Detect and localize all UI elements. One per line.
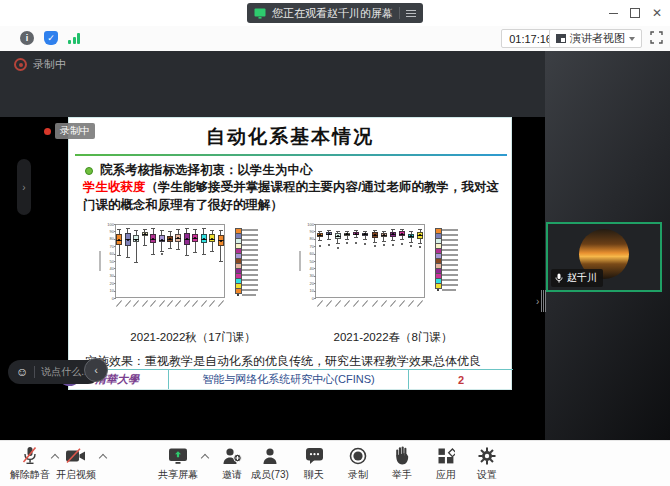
toolbar-item-label: 举手 [392,468,412,482]
participant-name-chip: 赵千川 [551,269,603,287]
apps-grid-icon [437,445,455,466]
screen-share-icon [254,8,266,19]
toolbar-item-label: 共享屏幕 [158,468,198,482]
chat-bubble-icon [305,445,324,466]
toolbar-item-label: 设置 [477,468,497,482]
title-underline [75,154,507,156]
badge-menu-icon[interactable] [406,10,416,17]
recording-indicator-label: 录制中 [33,57,66,72]
maximize-button[interactable] [626,5,644,21]
chat-divider [34,366,35,378]
bullet-row: 院系考核指标选择初衷：以学生为中心 [85,162,313,179]
minimize-button[interactable] [604,5,622,21]
record-dot-icon [14,58,27,71]
presentation-slide: 自动化系基本情况 院系考核指标选择初衷：以学生为中心 学生收获度（学生能够接受并… [68,117,512,390]
slide-footer: 清華大學 智能与网络化系统研究中心(CFINS) 2 [69,369,513,389]
meeting-window: 您正在观看赵千川的屏幕 ✕ i ✓ 01:17:16 演讲者视图 录制中 › [0,0,670,486]
shared-screen-area: 录制中 › 自动化系基本情况 院系考核指标选择初衷：以学生为中心 学生收获度（学… [0,51,545,440]
close-button[interactable]: ✕ [648,5,666,21]
person-icon [261,445,279,466]
effect-line: 实施效果：重视教学是自动化系的优良传统，研究生课程教学效果总体优良 [85,353,481,370]
video-options-caret[interactable] [100,453,107,460]
meeting-info-icon[interactable]: i [20,31,34,45]
fullscreen-icon[interactable] [650,31,663,44]
recording-chip: 录制中 [44,123,95,139]
person-plus-icon [222,445,242,466]
boxplot-chart-spring: 0102030405060708090100 [293,222,493,322]
chevron-right-icon: › [536,296,539,307]
participant-video-tile[interactable]: 赵千川 › [546,222,662,292]
recording-chip-label: 录制中 [55,123,95,139]
toolbar-item-label: 录制 [348,468,368,482]
highlight-rest: （学生能够接受并掌握课程的主要内容/通过老师的教学，我对这门课的概念和原理有了很… [83,180,499,212]
watching-screen-badge[interactable]: 您正在观看赵千川的屏幕 [247,3,423,23]
toolbar-item-share-screen[interactable]: 共享屏幕 [150,445,206,482]
record-dot-icon [44,128,51,135]
meeting-toolbar: 解除静音 开启视频 共享屏幕 [0,440,670,486]
network-signal-icon[interactable] [68,32,82,44]
speaker-view-label: 演讲者视图 [570,31,625,46]
toolbar-item-label: 开启视频 [56,468,96,482]
toolbar-item-label: 邀请 [222,468,242,482]
toolbar-item-label: 聊天 [304,468,324,482]
toolbar-item-settings[interactable]: 设置 [459,445,515,482]
highlight-paragraph: 学生收获度（学生能够接受并掌握课程的主要内容/通过老师的教学，我对这门课的概念和… [83,179,501,215]
footer-page-number: 2 [409,370,513,389]
slide-title: 自动化系基本情况 [69,124,511,150]
toolbar-item-start-video[interactable]: 开启视频 [48,445,104,482]
bullet-text: 院系考核指标选择初衷：以学生为中心 [100,162,313,179]
highlight-term: 学生收获度 [83,180,146,194]
toolbar-item-label: 应用 [436,468,456,482]
raised-hand-icon [394,445,410,466]
bullet-icon [85,167,93,175]
chat-collapse-button[interactable]: ‹ [84,358,108,382]
record-circle-icon [349,445,367,466]
participants-sidebar: 赵千川 › [545,51,670,440]
speaker-view-button[interactable]: 演讲者视图 [549,29,642,48]
microphone-muted-icon [21,445,39,466]
drag-handle-icon [541,290,546,312]
toolbar-item-label: 成员(73) [251,468,289,482]
title-bar: 您正在观看赵千川的屏幕 ✕ [0,0,670,26]
sidebar-collapse-handle[interactable]: › [536,290,546,312]
recording-indicator: 录制中 [14,57,66,72]
participant-name: 赵千川 [567,271,597,285]
camera-off-icon [65,445,87,466]
chart-caption-left: 2021-2022秋（17门课） [93,330,293,345]
toolbar-item-label: 解除静音 [10,468,50,482]
share-screen-icon [168,445,188,466]
chevron-down-icon [629,37,635,41]
security-shield-icon[interactable]: ✓ [44,31,58,45]
left-panel-toggle[interactable]: › [17,159,31,215]
chat-placeholder[interactable]: 说点什么... [41,365,89,379]
layout-icon [556,34,566,43]
chart-caption-right: 2021-2022春（8门课） [293,330,493,345]
badge-divider [399,7,400,19]
emoji-icon[interactable]: ☺ [16,366,28,378]
gear-icon [478,445,496,466]
boxplot-chart-fall: 0102030405060708090100 [93,222,293,322]
footer-center: 智能与网络化系统研究中心(CFINS) [169,370,409,389]
microphone-icon [555,273,563,283]
shared-screen-top-band [0,51,545,117]
watching-screen-text: 您正在观看赵千川的屏幕 [272,6,393,21]
